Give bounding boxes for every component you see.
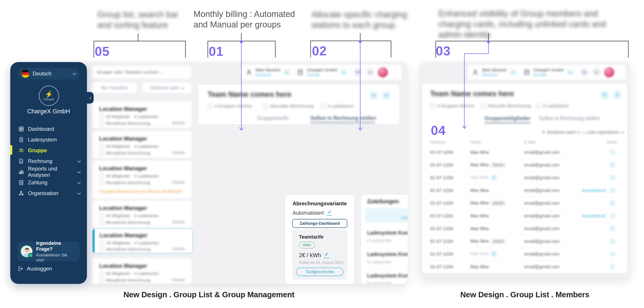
sidebar-item-rechnung[interactable]: Rechnung — [10, 156, 87, 167]
col-header-name[interactable]: Name — [470, 140, 481, 145]
row-action-icon[interactable]: › — [610, 162, 616, 168]
chevron-down-icon[interactable] — [284, 69, 290, 76]
team-settings-button[interactable]: ✦ — [382, 91, 390, 99]
member-row[interactable]: 01-07-1234 Max Mira email@gmail.com › — [422, 222, 627, 235]
group-details-link[interactable]: Details — [172, 220, 185, 225]
favorites-filter-button[interactable]: Nur Favoriten — [92, 83, 137, 93]
group-billing-type: Monatliche Abrechnung — [106, 220, 150, 225]
row-action-icon[interactable]: › — [610, 149, 616, 155]
member-row-pending[interactable]: 01-07-1234 Max Mira email@gmail.com Auss… — [422, 209, 627, 222]
sidebar-item-organisation[interactable]: Organisation — [10, 188, 87, 199]
chevron-down-icon — [72, 71, 76, 75]
group-list-item[interactable]: Location Manager 40 Mitglieder · 4 Ladek… — [92, 200, 192, 227]
group-name: Location Manager — [99, 263, 147, 269]
member-row[interactable]: 01-07-1234 Max MiraAdmin email@gmail.com… — [422, 197, 627, 210]
group-list-item-selected[interactable]: Location Manager 40 Mitglieder · 4 Ladek… — [92, 229, 192, 253]
organization-selector[interactable]: ChargeX GmbH Zentrale — [307, 68, 337, 77]
organization-selector[interactable]: ChargeX GmbH Zentrale — [534, 68, 564, 77]
team-settings-button[interactable]: ✦ — [613, 91, 621, 99]
member-row-unlinked[interactable]: 01-07-1234 Max Mira↻ email@gmail.com › — [422, 248, 627, 261]
chevron-down-icon[interactable] — [340, 69, 347, 76]
billing-icon — [99, 121, 104, 126]
sidebar-item-reports[interactable]: Reports und Analysen — [10, 167, 87, 177]
group-billing-type: Monatliche Abrechnung — [106, 121, 150, 126]
messages-button[interactable]: ✉ — [580, 68, 589, 77]
member-row[interactable]: 01-07-1234 Max Mira email@gmail.com › — [422, 146, 627, 159]
sidebar-item-gruppe[interactable]: Gruppe — [10, 145, 87, 156]
edit-team-button[interactable]: ✎ — [370, 91, 378, 99]
sidebar-collapse-button[interactable]: ‹ — [87, 92, 94, 104]
notifications-button[interactable]: ☏ — [366, 68, 374, 77]
sidebar-item-dashboard[interactable]: Dashboard — [10, 124, 87, 134]
user-icon — [472, 69, 479, 76]
member-role-pill: Admin — [491, 200, 506, 206]
member-card-id: 01-07-1234 — [430, 150, 453, 155]
tab-group-members[interactable]: Gruppenmitglieder — [484, 115, 530, 121]
group-list-item-with-warning[interactable]: Location Manager 40 Mitglieder · 4 Ladek… — [92, 161, 192, 199]
row-action-icon[interactable]: › — [610, 238, 616, 244]
row-action-icon[interactable]: › — [610, 213, 616, 219]
row-action-icon[interactable]: › — [610, 175, 616, 181]
group-details-link[interactable]: Details — [172, 120, 185, 125]
divider — [350, 68, 350, 77]
workspace-selector[interactable]: Mein Bereich Standorte — [256, 68, 280, 77]
link-card-icon[interactable]: ↻ — [491, 175, 497, 181]
chevron-down-icon[interactable] — [567, 69, 574, 76]
edit-billing-mode-icon[interactable]: ✎ — [326, 210, 332, 216]
chevron-down-icon[interactable] — [510, 69, 517, 76]
group-list-item[interactable]: Location Manager 40 Mitglieder · 4 Ladek… — [92, 131, 192, 158]
link-card-icon[interactable]: ↻ — [491, 251, 497, 257]
tab-self-billing[interactable]: Selbst in Rechnung stellen — [310, 115, 376, 121]
member-email: email@gmail.com — [524, 264, 560, 269]
member-card-id: 01-07-1234 — [430, 213, 453, 218]
member-row[interactable]: 01-07-1234 Max Mira email@gmail.com › — [422, 260, 627, 273]
language-selector[interactable]: Deutsch — [18, 68, 80, 79]
group-details-link[interactable]: Details — [172, 180, 185, 185]
user-avatar[interactable] — [604, 67, 614, 77]
add-allocation-label: Ladestation zuteilen — [401, 215, 408, 220]
tab-self-billing[interactable]: Selbst in Rechnung stellen — [539, 115, 600, 121]
messages-button[interactable]: ✉ — [354, 68, 362, 77]
group-details-link[interactable]: Details — [172, 246, 186, 251]
group-search-input[interactable] — [92, 66, 191, 79]
workspace-selector[interactable]: Mein Bereich Standorte — [482, 68, 507, 77]
row-action-icon[interactable]: › — [610, 200, 616, 206]
edit-tariff-icon[interactable]: ✎ — [324, 253, 329, 258]
group-details-link[interactable]: Details — [172, 278, 185, 282]
billing-icon — [99, 278, 104, 283]
sidebar-item-zahlung[interactable]: Zahlung — [10, 177, 87, 188]
favorites-filter-label: Nur Favoriten — [101, 85, 128, 90]
col-header-card[interactable]: Kartennr. — [430, 140, 446, 145]
logo-word: ChargeX — [44, 98, 54, 101]
add-allocation-button[interactable]: + Ladestation zuteilen — [365, 208, 408, 222]
group-list-item[interactable]: Location Manager 40 Mitglieder · 4 Ladek… — [92, 101, 192, 128]
payment-dashboard-button[interactable]: Zahlungs-Dashboard — [292, 219, 347, 228]
sort-filter-button[interactable]: Sortieren nach — [142, 83, 191, 93]
member-name: Max MiraAdmin — [470, 238, 506, 244]
tab-group-tariffs[interactable]: Gruppentarife — [257, 115, 289, 121]
user-avatar[interactable] — [378, 67, 388, 77]
group-list-item[interactable]: Location Manager 40 Mitglieder · 4 Ladek… — [92, 258, 192, 284]
export-list-control[interactable]: ⤓Liste exportieren — [583, 130, 624, 135]
billing-variant-card: Abrechnungsvariante Automatisiert ✎ Zahl… — [285, 194, 354, 284]
tariff-history-button[interactable]: Tarifgeschichte — [296, 268, 344, 276]
row-action-icon[interactable]: › — [610, 188, 616, 193]
row-action-icon[interactable]: › — [610, 226, 616, 232]
design-showcase-page: Group list, search bar and sorting featu… — [0, 0, 644, 308]
member-row-pending[interactable]: 01-07-1234 Max Mira email@gmail.com Auss… — [422, 184, 627, 197]
edit-team-button[interactable]: ✎ — [601, 91, 609, 99]
sort-by-control[interactable]: ⇅Sortieren nach — [542, 130, 580, 135]
allocation-row: Ladesystem Komplex HB 8 Ladepunkte — [367, 269, 408, 283]
notifications-button[interactable]: ☏ — [592, 68, 601, 77]
group-details-link[interactable]: Details — [172, 150, 185, 155]
member-row-unlinked[interactable]: 01-07-1234 Max Mira↻ email@gmail.com › — [422, 171, 627, 184]
col-header-email[interactable]: E-Mail — [524, 140, 536, 145]
members-card: Team Name comes here ✎ ✦ ✓4 Gruppen-Admi… — [422, 84, 627, 273]
sidebar-item-ladesystem[interactable]: Ladesystem — [10, 134, 87, 145]
row-action-icon[interactable]: › — [610, 251, 616, 257]
member-row[interactable]: 01-07-1234 Max MiraAdmin email@gmail.com… — [422, 158, 627, 171]
member-row[interactable]: 01-07-1234 Max MiraAdmin email@gmail.com… — [422, 235, 627, 248]
logout-button[interactable]: Ausloggen — [18, 266, 52, 272]
contact-card[interactable]: Irgendeine Frage? Kontaktieren Sie uns! — [18, 242, 80, 261]
row-action-icon[interactable]: › — [610, 264, 616, 270]
